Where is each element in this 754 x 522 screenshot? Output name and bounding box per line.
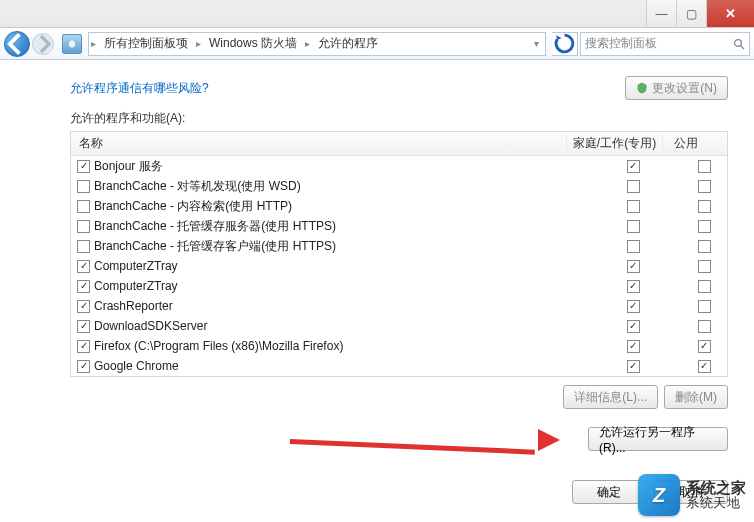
navbar: ▸ 所有控制面板项 ▸ Windows 防火墙 ▸ 允许的程序 ▾ 搜索控制面板 [0,28,754,60]
chevron-right-icon: ▸ [89,38,98,49]
program-name: BranchCache - 托管缓存客户端(使用 HTTPS) [94,238,336,255]
checkbox[interactable]: ✓ [77,300,90,313]
chevron-right-icon: ▸ [303,38,312,49]
table-row[interactable]: BranchCache - 对等机发现(使用 WSD) [71,176,727,196]
program-name: ComputerZTray [94,279,178,293]
checkbox[interactable] [77,180,90,193]
breadcrumb-item-1[interactable]: 所有控制面板项 [98,35,194,52]
checkbox[interactable]: ✓ [77,360,90,373]
checkbox[interactable]: ✓ [627,360,640,373]
checkbox[interactable] [698,260,711,273]
table-row[interactable]: BranchCache - 托管缓存客户端(使用 HTTPS) [71,236,727,256]
maximize-button[interactable]: ▢ [676,0,706,27]
shield-icon [636,82,648,94]
watermark: Z 系统之家 系统天地 [638,474,746,516]
details-button[interactable]: 详细信息(L)... [563,385,658,409]
checkbox[interactable] [77,240,90,253]
checkbox[interactable]: ✓ [627,160,640,173]
table-header: 名称 家庭/工作(专用) 公用 [71,132,727,156]
nav-forward-button[interactable] [32,33,54,55]
table-row[interactable]: ✓CrashReporter✓ [71,296,727,316]
risk-info-link[interactable]: 允许程序通信有哪些风险? [70,80,209,97]
checkbox[interactable]: ✓ [627,300,640,313]
program-name: DownloadSDKServer [94,319,207,333]
table-row[interactable]: ✓Firefox (C:\Program Files (x86)\Mozilla… [71,336,727,356]
control-panel-icon [62,34,82,54]
col-name[interactable]: 名称 [71,135,567,152]
programs-table: 名称 家庭/工作(专用) 公用 ✓Bonjour 服务✓BranchCache … [70,131,728,377]
checkbox[interactable] [698,240,711,253]
watermark-text-cn: 系统之家 [686,480,746,497]
program-name: Bonjour 服务 [94,158,163,175]
checkbox[interactable]: ✓ [77,260,90,273]
table-row[interactable]: BranchCache - 内容检索(使用 HTTP) [71,196,727,216]
checkbox[interactable]: ✓ [77,340,90,353]
chevron-right-icon: ▸ [194,38,203,49]
nav-back-button[interactable] [4,31,30,57]
arrow-right-icon [33,34,53,54]
checkbox[interactable] [627,180,640,193]
checkbox[interactable] [698,280,711,293]
program-name: Firefox (C:\Program Files (x86)\Mozilla … [94,339,343,353]
checkbox[interactable] [77,220,90,233]
content-area: 允许程序通信有哪些风险? 更改设置(N) 允许的程序和功能(A): 名称 家庭/… [0,60,754,451]
titlebar: — ▢ ✕ [0,0,754,28]
close-button[interactable]: ✕ [706,0,754,27]
program-name: BranchCache - 对等机发现(使用 WSD) [94,178,301,195]
checkbox[interactable]: ✓ [627,260,640,273]
checkbox[interactable] [627,240,640,253]
checkbox[interactable] [698,220,711,233]
table-row[interactable]: ✓Bonjour 服务✓ [71,156,727,176]
col-public[interactable]: 公用 [663,135,709,152]
checkbox[interactable] [698,300,711,313]
checkbox[interactable]: ✓ [627,280,640,293]
table-row[interactable]: ✓ComputerZTray✓ [71,276,727,296]
breadcrumb[interactable]: ▸ 所有控制面板项 ▸ Windows 防火墙 ▸ 允许的程序 ▾ [88,32,546,56]
arrow-left-icon [5,32,29,56]
chevron-down-icon[interactable]: ▾ [532,38,545,49]
table-row[interactable]: ✓Google Chrome✓✓ [71,356,727,376]
table-row[interactable]: BranchCache - 托管缓存服务器(使用 HTTPS) [71,216,727,236]
refresh-button[interactable] [552,32,578,56]
checkbox[interactable] [627,200,640,213]
delete-button[interactable]: 删除(M) [664,385,728,409]
watermark-text-en: 系统天地 [686,496,746,510]
search-icon [733,38,745,50]
checkbox[interactable] [698,160,711,173]
breadcrumb-item-3[interactable]: 允许的程序 [312,35,384,52]
checkbox[interactable] [698,180,711,193]
program-name: Google Chrome [94,359,179,373]
search-input[interactable]: 搜索控制面板 [580,32,750,56]
checkbox[interactable]: ✓ [627,340,640,353]
checkbox[interactable] [698,200,711,213]
checkbox[interactable]: ✓ [627,320,640,333]
table-row[interactable]: ✓DownloadSDKServer✓ [71,316,727,336]
watermark-badge-icon: Z [638,474,680,516]
program-name: BranchCache - 内容检索(使用 HTTP) [94,198,292,215]
program-name: BranchCache - 托管缓存服务器(使用 HTTPS) [94,218,336,235]
refresh-icon [552,31,577,56]
minimize-button[interactable]: — [646,0,676,27]
search-placeholder: 搜索控制面板 [585,35,657,52]
svg-point-0 [735,39,742,46]
change-settings-button[interactable]: 更改设置(N) [625,76,728,100]
checkbox[interactable]: ✓ [698,340,711,353]
svg-line-1 [741,45,744,48]
table-row[interactable]: ✓ComputerZTray✓ [71,256,727,276]
checkbox[interactable]: ✓ [77,280,90,293]
checkbox[interactable]: ✓ [698,360,711,373]
breadcrumb-item-2[interactable]: Windows 防火墙 [203,35,303,52]
annotation-arrow [290,425,560,449]
col-home[interactable]: 家庭/工作(专用) [567,135,663,152]
checkbox[interactable] [77,200,90,213]
program-name: CrashReporter [94,299,173,313]
allow-another-program-button[interactable]: 允许运行另一程序(R)... [588,427,728,451]
checkbox[interactable]: ✓ [77,320,90,333]
checkbox[interactable]: ✓ [77,160,90,173]
table-body[interactable]: ✓Bonjour 服务✓BranchCache - 对等机发现(使用 WSD)B… [71,156,727,376]
section-label: 允许的程序和功能(A): [70,110,728,127]
checkbox[interactable] [698,320,711,333]
program-name: ComputerZTray [94,259,178,273]
ok-button[interactable]: 确定 [572,480,646,504]
checkbox[interactable] [627,220,640,233]
